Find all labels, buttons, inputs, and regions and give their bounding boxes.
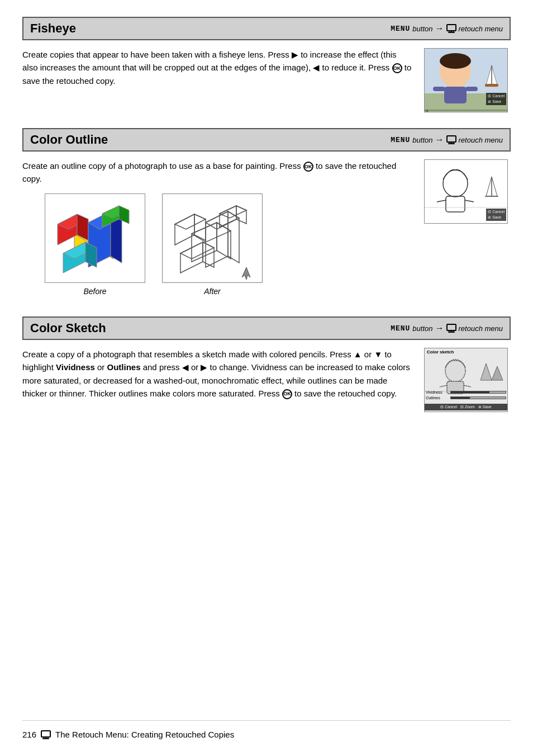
svg-rect-74 [41,731,50,737]
color-outline-cancel-label: ⊟ Cancel [488,209,505,215]
color-outline-camera-image: Color outline [424,159,511,224]
fisheye-content: Create copies that appear to have been t… [22,48,511,112]
color-outline-save-label: ⊛ Save [488,215,505,220]
fisheye-retouch-icon [446,24,456,33]
svg-text:|||: ||| [426,109,429,112]
color-sketch-desc-3: and press [141,362,182,372]
outlines-slider-fill [451,397,470,399]
color-sketch-retouch-label: retouch menu [459,324,503,333]
svg-rect-0 [447,25,456,31]
outline-svg [164,195,261,281]
color-outline-desc-1: Create an outline copy of a photograph t… [22,161,303,171]
vividness-slider-bar [450,391,506,394]
page-number: 216 [22,730,36,739]
color-outline-button-label: button [412,136,432,144]
color-sketch-arrow: → [435,323,444,333]
color-sketch-desc-5: to save the retouched copy. [292,389,397,398]
fisheye-menu-info: MENU button → retouch menu [391,23,503,34]
color-outline-retouch-label: retouch menu [459,136,503,144]
after-item: After [162,193,263,298]
footer-text: The Retouch Menu: Creating Retouched Cop… [55,730,234,739]
fisheye-menu-word: MENU [391,25,410,33]
color-sketch-or-3: or [189,362,201,372]
color-sketch-description: Create a copy of a photograph that resem… [22,348,413,400]
color-blocks-svg [46,195,144,281]
vividness-slider-label: Vividness [426,390,448,394]
fisheye-description: Create copies that appear to have been t… [22,48,413,87]
vividness-slider-fill [451,391,489,393]
color-sketch-button-label: button [412,324,432,333]
color-outline-title: Color Outline [30,133,108,147]
after-image [162,193,263,283]
outlines-slider-label: Outlines [426,396,448,400]
color-sketch-section: Color Sketch MENU button → retouch menu … [22,316,511,412]
fisheye-cancel-save: ⊟ Cancel ⊛ Save [486,93,506,105]
color-sketch-desc-1: Create a copy of a photograph that resem… [22,349,354,359]
color-outline-ok-symbol: OK [303,162,313,172]
color-sketch-right-arrow: ▶ [201,362,207,372]
outlines-slider-bar [450,396,506,399]
fisheye-retouch-label: retouch menu [459,25,503,33]
before-item: Before [45,193,145,298]
color-outline-arrow: → [435,135,444,145]
fisheye-section: Fisheye MENU button → retouch menu Creat… [22,17,511,112]
svg-rect-62 [447,324,456,330]
fisheye-screen: Fisheye [424,48,508,112]
color-sketch-up-arrow: ▲ [354,349,362,359]
fisheye-camera-image: Fisheye [424,48,511,112]
color-sketch-zoom-label: ⊟ Zoom [460,405,475,409]
fisheye-title: Fisheye [30,21,76,36]
outlines-slider-row: Outlines [426,396,506,400]
color-outline-screen: Color outline [424,159,508,224]
color-sketch-ok-symbol: OK [282,389,292,399]
color-outline-retouch-icon [446,135,456,144]
fisheye-button-label: button [412,25,432,33]
svg-rect-9 [433,87,445,91]
color-sketch-cancel-save: ⊟ Cancel ⊟ Zoom ⊛ Save [425,404,507,410]
before-image [45,193,145,283]
color-outline-cancel-save: ⊟ Cancel ⊛ Save [486,209,506,221]
vividness-slider-row: Vividness [426,390,506,394]
footer-retouch-icon [41,730,51,739]
color-sketch-save-label: ⊛ Save [478,405,492,409]
svg-rect-13 [485,84,498,87]
color-sketch-screen-label: Color sketch [427,349,454,355]
svg-rect-16 [447,136,456,142]
color-sketch-vividness: Vividness [56,362,95,372]
color-outline-description: Create an outline copy of a photograph t… [22,159,413,301]
color-sketch-title: Color Sketch [30,321,106,336]
color-outline-menu-info: MENU button → retouch menu [391,135,503,145]
fisheye-desc-3: to reduce it. Press [320,63,392,72]
svg-point-7 [440,53,471,69]
color-sketch-outlines: Outlines [107,362,141,372]
color-sketch-cancel-label: ⊟ Cancel [440,405,457,409]
color-outline-menu-word: MENU [391,136,410,144]
color-sketch-screen: Color sketch [424,348,508,412]
fisheye-right-arrow: ▶ [292,50,298,59]
color-sketch-menu-info: MENU button → retouch menu [391,323,503,333]
color-outline-content: Create an outline copy of a photograph t… [22,159,511,301]
fisheye-header: Fisheye MENU button → retouch menu [22,17,511,40]
color-sketch-header: Color Sketch MENU button → retouch menu [22,316,511,340]
color-outline-header: Color Outline MENU button → retouch menu [22,128,511,152]
fisheye-save-label: ⊛ Save [488,99,505,105]
svg-rect-10 [465,87,478,91]
color-sketch-retouch-icon [446,324,456,333]
color-sketch-sliders: Vividness Outlines [426,390,506,401]
before-after-container: Before [45,193,413,298]
color-sketch-down-arrow: ▼ [374,349,382,359]
fisheye-desc-1: Create copies that appear to have been t… [22,50,292,59]
color-sketch-menu-word: MENU [391,324,410,333]
fisheye-ok-symbol: OK [392,63,402,73]
fisheye-cancel-label: ⊟ Cancel [488,93,505,99]
svg-rect-8 [444,87,467,103]
color-sketch-content: Create a copy of a photograph that resem… [22,348,511,412]
page-footer: 216 The Retouch Menu: Creating Retouched… [22,720,511,739]
color-sketch-camera-image: Color sketch [424,348,511,412]
color-sketch-left-arrow: ◀ [182,362,189,372]
fisheye-left-arrow: ◀ [313,63,320,72]
after-caption: After [162,286,263,298]
color-outline-section: Color Outline MENU button → retouch menu… [22,128,511,301]
fisheye-arrow: → [435,23,444,34]
color-sketch-or-1: or [362,349,374,359]
